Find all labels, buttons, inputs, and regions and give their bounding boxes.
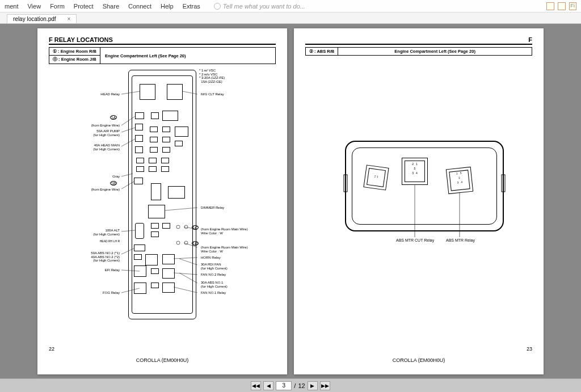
page-left: F RELAY LOCATIONS ① : Engine Room R/B ⓪ …: [37, 28, 287, 374]
toolbar-icon-3[interactable]: Fi: [569, 2, 577, 10]
menu-form[interactable]: Form: [50, 3, 65, 10]
relay-component: [148, 205, 165, 218]
vsc-notes: * 1:w/ VSC * 2:w/o VSC * 3:20A (1ZZ-FE) …: [199, 69, 225, 83]
relay-component: [134, 245, 145, 251]
relay-component: [135, 135, 143, 142]
relay-component: [162, 268, 175, 279]
relay-component: [145, 254, 158, 265]
prev-page-button[interactable]: ◀: [263, 381, 273, 390]
lbl-mg-clt-relay: M/G CLT Relay: [201, 92, 224, 96]
relay-component: [161, 166, 169, 172]
menu-protect[interactable]: Protect: [74, 3, 94, 10]
relay-component: [135, 146, 143, 153]
lbl-efi-relay: EFI Relay: [105, 268, 120, 272]
relay-component: [150, 137, 158, 142]
model-label-left: COROLLA (EM00H0U): [37, 357, 287, 363]
page-header: F RELAY LOCATIONS: [49, 36, 276, 45]
document-tab[interactable]: relay location.pdf ×: [7, 14, 77, 23]
relay-component: [162, 283, 175, 293]
relay-component: [135, 112, 144, 119]
lbl-abs-no1: 30A ABS NO.1 (for High Current): [201, 281, 228, 288]
relay-component: [134, 283, 146, 294]
page-right: F ② : ABS R/B Engine Compartment Left (S…: [294, 28, 544, 374]
relay-component: [162, 127, 170, 132]
document-viewer[interactable]: F RELAY LOCATIONS ① : Engine Room R/B ⓪ …: [0, 24, 581, 378]
tab-bar: relay location.pdf ×: [0, 12, 581, 24]
legend-location: Engine Compartment Left (See Page 20): [100, 48, 191, 64]
lbl-gray: Gray: [112, 175, 120, 179]
menu-help[interactable]: Help: [161, 3, 174, 10]
lbl-main-wire-1: (from Engine Room Main Wire) Wire Color …: [201, 227, 248, 235]
menu-share[interactable]: Share: [103, 3, 119, 10]
relay-component: [135, 223, 144, 239]
lbl-fan-no2: FAN NO.2 Relay: [201, 273, 226, 277]
last-page-button[interactable]: ▶▶: [320, 381, 330, 390]
lbl-head-rh-lh: HEAD RH LH R: [100, 240, 120, 243]
relay-component: [136, 158, 144, 163]
lbl-head-main: 40A HEAD MAIN (for High Current): [93, 144, 120, 151]
abs-relay-2: 2 1 5 3 4: [402, 158, 428, 185]
marker-1b: 1B: [110, 181, 117, 186]
menu-comment[interactable]: ment: [5, 3, 18, 10]
lightbulb-icon: [214, 3, 221, 10]
marker-1c: 1C: [192, 225, 199, 230]
relay-component: [149, 158, 157, 163]
relay-component: [175, 141, 183, 146]
relay-component: [167, 84, 183, 100]
relay-component: [134, 254, 142, 260]
relay-component: [151, 268, 159, 274]
page-header: F: [305, 36, 532, 45]
relay-component: [162, 111, 178, 121]
lbl-rdi-fan: 30A RDI FAN (for High Current): [201, 263, 228, 270]
legend-row-1: ① : Engine Room R/B: [49, 48, 100, 56]
relay-component: [151, 112, 159, 119]
lbl-abs-mtr-relay: ABS MTR Relay: [446, 238, 475, 243]
relay-component: [134, 265, 146, 277]
tab-close-button[interactable]: ×: [68, 16, 71, 22]
tell-me-search[interactable]: Tell me what you want to do...: [214, 3, 305, 10]
relay-component: [161, 158, 169, 163]
relay-component: [150, 147, 158, 153]
abs-relay-3: 1 5 2 3 4: [446, 167, 473, 194]
menu-view[interactable]: View: [27, 3, 41, 10]
relay-component: [136, 166, 144, 172]
next-page-button[interactable]: ▶: [308, 381, 318, 390]
relay-component: [149, 166, 157, 172]
relay-component: [162, 254, 175, 264]
lbl-head-relay: HEAD Relay: [100, 92, 120, 96]
relay-component: [150, 127, 158, 132]
relay-diagram: * 1:w/ VSC * 2:w/o VSC * 3:20A (1ZZ-FE) …: [49, 64, 276, 342]
marker-1d: 1D: [192, 241, 199, 246]
marker-1a: 1A: [110, 115, 117, 120]
lbl-main-wire-2: (from Engine Room Main Wire) Wire Color …: [201, 246, 248, 253]
lbl-alt: 100A ALT (for High Current): [93, 229, 120, 236]
lbl-fog-relay: FOG Relay: [103, 291, 120, 295]
lbl-from-engine-wire-1: (from Engine Wire): [91, 124, 120, 128]
toolbar-icon-2[interactable]: [558, 2, 566, 10]
relay-component: [151, 223, 159, 229]
pager-bar: ◀◀ ◀ / 12 ▶ ▶▶: [0, 378, 581, 392]
relay-component: [134, 178, 143, 184]
relay-component: [162, 223, 170, 229]
legend-location-right: Engine Compartment Left (See Page 20): [338, 48, 532, 55]
menu-bar: ment View Form Protect Share Connect Hel…: [0, 0, 581, 12]
relay-component: [168, 186, 185, 199]
tell-me-placeholder: Tell me what you want to do...: [223, 3, 305, 10]
page-number-right: 23: [527, 346, 532, 352]
page-number-left: 22: [49, 346, 54, 352]
legend-box-right: ② : ABS R/B Engine Compartment Left (See…: [305, 47, 532, 56]
menu-connect[interactable]: Connect: [128, 3, 151, 10]
relay-component: [151, 231, 159, 237]
legend-box: ① : Engine Room R/B ⓪ : Engine Room J/B …: [49, 47, 276, 64]
menu-extras[interactable]: Extras: [183, 3, 200, 10]
page-separator: /: [294, 382, 296, 389]
first-page-button[interactable]: ◀◀: [251, 381, 261, 390]
lbl-fan-no1: FAN NO.1 Relay: [201, 291, 226, 295]
relay-component: [162, 137, 170, 142]
toolbar-icon-1[interactable]: [546, 2, 554, 10]
lbl-horn-relay: HORN Relay: [201, 256, 221, 260]
relay-component: [175, 127, 188, 137]
page-number-input[interactable]: [276, 381, 292, 390]
relay-component: [140, 84, 155, 100]
legend-row-abs: ② : ABS R/B: [306, 48, 338, 55]
